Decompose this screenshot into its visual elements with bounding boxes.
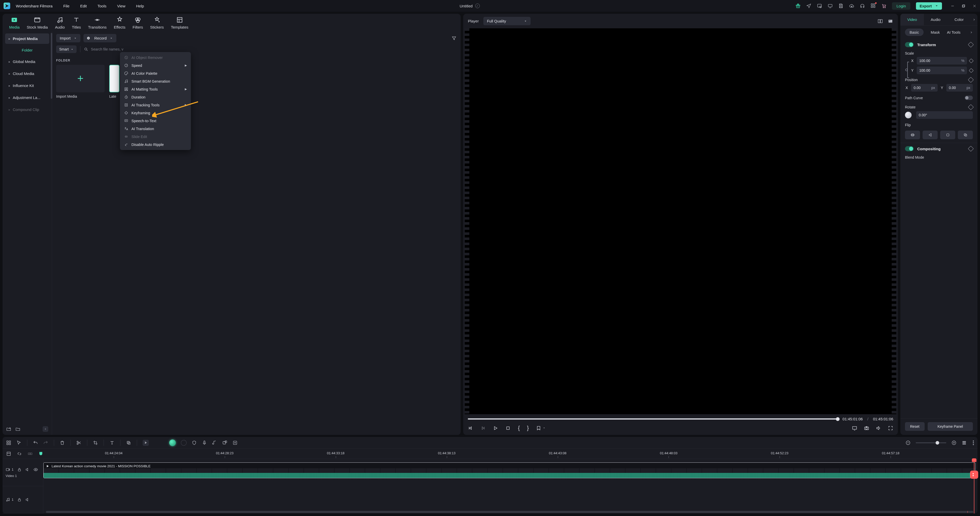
keyframe-diamond-icon[interactable] xyxy=(968,104,974,110)
tab-media[interactable]: Media xyxy=(9,16,20,29)
sidebar-item-adjustment-layer[interactable]: Adjustment La... xyxy=(5,92,49,103)
layers-icon[interactable] xyxy=(126,440,131,445)
new-bin-icon[interactable] xyxy=(15,427,21,432)
subtab-ai-tools[interactable]: AI Tools xyxy=(947,30,961,35)
device-icon[interactable] xyxy=(828,3,833,8)
sidebar-scrollbar[interactable] xyxy=(51,33,52,99)
position-y-input[interactable]: 0.00px xyxy=(946,84,973,92)
keyframe-diamond-icon[interactable] xyxy=(968,146,974,152)
cart-icon[interactable] xyxy=(881,3,886,8)
menu-view[interactable]: View xyxy=(117,4,125,8)
tab-audio[interactable]: Audio xyxy=(55,16,65,29)
split-icon[interactable] xyxy=(76,440,81,445)
video-clip[interactable]: Latest Korean action comedy movie 2021 -… xyxy=(43,462,975,478)
scissors-button[interactable] xyxy=(970,471,978,479)
subtab-mask[interactable]: Mask xyxy=(931,30,940,35)
pointer-tool-icon[interactable] xyxy=(16,440,21,445)
export-button[interactable]: Export xyxy=(916,2,942,10)
ctx-speech-to-text[interactable]: Speech-to-Text xyxy=(120,117,191,125)
zoom-out-icon[interactable] xyxy=(905,440,911,445)
lock-icon[interactable] xyxy=(17,497,22,502)
stop-icon[interactable] xyxy=(505,426,511,431)
tab-filters[interactable]: Filters xyxy=(132,16,143,29)
sidebar-item-folder[interactable]: Folder xyxy=(5,45,49,55)
rotate-ccw-button[interactable] xyxy=(958,130,973,139)
subtab-basic[interactable]: Basic xyxy=(905,29,924,36)
delete-icon[interactable] xyxy=(60,440,65,445)
timeline-view-icon[interactable] xyxy=(962,440,967,445)
send-icon[interactable] xyxy=(806,3,811,8)
grid-options-icon[interactable] xyxy=(6,440,11,445)
inspector-tab-video[interactable]: Video xyxy=(900,14,924,25)
menu-tools[interactable]: Tools xyxy=(97,4,107,8)
ctx-keyframing[interactable]: Keyframing xyxy=(120,109,191,117)
play-icon[interactable] xyxy=(493,426,498,431)
compare-view-icon[interactable] xyxy=(877,18,883,24)
link-scale-icon[interactable] xyxy=(905,60,911,71)
apps-icon[interactable] xyxy=(870,3,876,9)
pathcurve-toggle[interactable] xyxy=(965,96,973,100)
inspector-tab-color[interactable]: Color xyxy=(947,14,971,25)
rotate-input[interactable]: 0.00° xyxy=(916,111,973,119)
save-icon[interactable] xyxy=(838,3,843,8)
ctx-disable-auto-ripple[interactable]: Disable Auto Ripple xyxy=(120,141,191,148)
ctx-smart-bgm[interactable]: Smart BGM Generation xyxy=(120,77,191,85)
preview-viewport[interactable] xyxy=(465,28,896,414)
transform-toggle[interactable] xyxy=(905,42,914,47)
tab-templates[interactable]: Templates xyxy=(171,16,188,29)
expand-tools-button[interactable] xyxy=(143,440,149,446)
zoom-thumb[interactable] xyxy=(935,441,939,445)
audio-mixer-icon[interactable] xyxy=(212,440,217,445)
audio-track-head[interactable]: 1 xyxy=(3,486,43,513)
ctx-duration[interactable]: Duration xyxy=(120,93,191,101)
subtab-more-icon[interactable] xyxy=(970,31,973,34)
video-track-head[interactable]: 1 Video 1 xyxy=(3,459,43,486)
tab-stickers[interactable]: Stickers xyxy=(150,16,164,29)
window-close-icon[interactable] xyxy=(973,4,977,8)
shield-icon[interactable] xyxy=(192,440,197,445)
rotate-knob[interactable] xyxy=(905,112,912,118)
track-lanes[interactable]: Latest Korean action comedy movie 2021 -… xyxy=(43,459,977,513)
search-input[interactable]: Search file names, v xyxy=(84,47,457,51)
cloud-sync-icon[interactable]: ✓ xyxy=(475,3,480,8)
window-minimize-icon[interactable] xyxy=(951,4,955,8)
rotate-cw-button[interactable] xyxy=(940,130,955,139)
ripple-icon[interactable] xyxy=(27,451,33,456)
keyframe-diamond-icon[interactable] xyxy=(969,68,974,73)
sidebar-item-compound-clip[interactable]: Compound Clip xyxy=(5,104,49,115)
headphones-icon[interactable] xyxy=(860,3,865,8)
tab-stock-media[interactable]: Stock Media xyxy=(27,16,48,29)
ctx-ai-matting[interactable]: AI Matting Tools▶ xyxy=(120,85,191,93)
mute-icon[interactable] xyxy=(25,467,30,472)
user-avatar[interactable] xyxy=(169,440,176,446)
record-dropdown[interactable]: Record xyxy=(83,34,116,42)
snap-magnet-icon[interactable] xyxy=(38,451,43,456)
ctx-ai-translation[interactable]: AI Translation xyxy=(120,125,191,133)
seek-slider[interactable] xyxy=(468,418,838,419)
flip-vertical-button[interactable] xyxy=(923,130,938,139)
insert-mode-icon[interactable] xyxy=(6,451,11,456)
menu-help[interactable]: Help xyxy=(136,4,144,8)
zoom-slider[interactable] xyxy=(916,442,946,443)
keyframe-diamond-icon[interactable] xyxy=(969,59,974,63)
multicam-icon[interactable] xyxy=(222,440,228,445)
reset-button[interactable]: Reset xyxy=(905,422,924,431)
flip-horizontal-button[interactable] xyxy=(905,130,920,139)
mute-icon[interactable] xyxy=(25,497,30,502)
sidebar-item-cloud-media[interactable]: Cloud Media xyxy=(5,68,49,79)
display-icon[interactable] xyxy=(852,426,857,431)
cloud-download-icon[interactable] xyxy=(849,3,854,8)
compositing-toggle[interactable] xyxy=(905,146,914,151)
mark-out-icon[interactable]: } xyxy=(527,425,529,431)
scale-y-input[interactable]: 100.00% xyxy=(917,67,967,74)
smart-dropdown[interactable]: Smart xyxy=(56,45,76,53)
fullscreen-icon[interactable] xyxy=(888,426,893,431)
window-restore-icon[interactable] xyxy=(962,4,966,8)
volume-icon[interactable] xyxy=(876,426,881,431)
crop-icon[interactable] xyxy=(93,440,98,445)
marker-icon[interactable] xyxy=(232,440,238,445)
marker-dropdown[interactable] xyxy=(536,426,546,431)
seek-thumb[interactable] xyxy=(836,417,840,421)
camera-icon[interactable] xyxy=(864,426,869,431)
import-dropdown[interactable]: Import xyxy=(56,34,80,42)
